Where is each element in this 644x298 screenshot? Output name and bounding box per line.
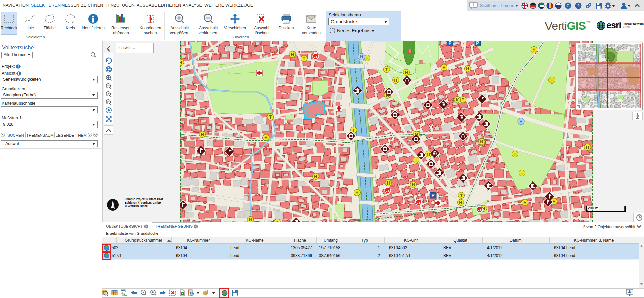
svg-text:?: ? bbox=[577, 3, 580, 8]
svg-text:T: T bbox=[352, 128, 355, 133]
svg-text:T: T bbox=[460, 193, 463, 198]
svg-text:H: H bbox=[360, 54, 363, 59]
svg-text:P: P bbox=[431, 193, 434, 198]
svg-text:T: T bbox=[521, 171, 523, 176]
svg-text:H: H bbox=[405, 70, 408, 75]
svg-text:H: H bbox=[466, 66, 469, 71]
svg-text:H: H bbox=[532, 47, 535, 53]
svg-text:H: H bbox=[550, 78, 553, 83]
svg-text:H: H bbox=[459, 200, 462, 205]
svg-text:H: H bbox=[513, 152, 516, 157]
svg-text:i: i bbox=[473, 3, 474, 7]
svg-text:H: H bbox=[586, 145, 589, 150]
svg-text:H: H bbox=[180, 60, 182, 65]
svg-text:CS: CS bbox=[417, 201, 421, 204]
svg-text:H: H bbox=[519, 119, 522, 124]
svg-text:P: P bbox=[476, 41, 479, 46]
svg-text:T: T bbox=[415, 158, 417, 163]
svg-text:H: H bbox=[264, 135, 267, 140]
svg-text:T: T bbox=[269, 114, 272, 120]
svg-text:T: T bbox=[385, 67, 388, 72]
svg-text:H: H bbox=[314, 174, 317, 179]
svg-text:CS: CS bbox=[314, 55, 318, 58]
svg-text:H: H bbox=[427, 152, 430, 157]
svg-text:H: H bbox=[355, 190, 358, 195]
svg-text:CS: CS bbox=[386, 189, 390, 192]
svg-text:C: C bbox=[566, 3, 570, 8]
svg-text:H: H bbox=[387, 180, 390, 186]
svg-text:H: H bbox=[365, 56, 368, 61]
svg-text:H: H bbox=[201, 132, 204, 137]
svg-text:H: H bbox=[412, 182, 415, 187]
svg-text:H: H bbox=[442, 65, 445, 70]
svg-text:K: K bbox=[456, 97, 459, 102]
svg-text:H: H bbox=[523, 200, 526, 205]
svg-text:H: H bbox=[291, 52, 294, 57]
svg-text:P: P bbox=[448, 41, 451, 46]
svg-text:CS: CS bbox=[478, 208, 482, 211]
svg-text:H: H bbox=[480, 139, 483, 144]
svg-text:T: T bbox=[303, 56, 305, 61]
svg-text:H: H bbox=[394, 78, 397, 83]
svg-text:H: H bbox=[249, 217, 252, 222]
svg-text:T: T bbox=[462, 97, 464, 102]
svg-text:T: T bbox=[276, 220, 279, 222]
svg-text:H: H bbox=[552, 199, 555, 204]
